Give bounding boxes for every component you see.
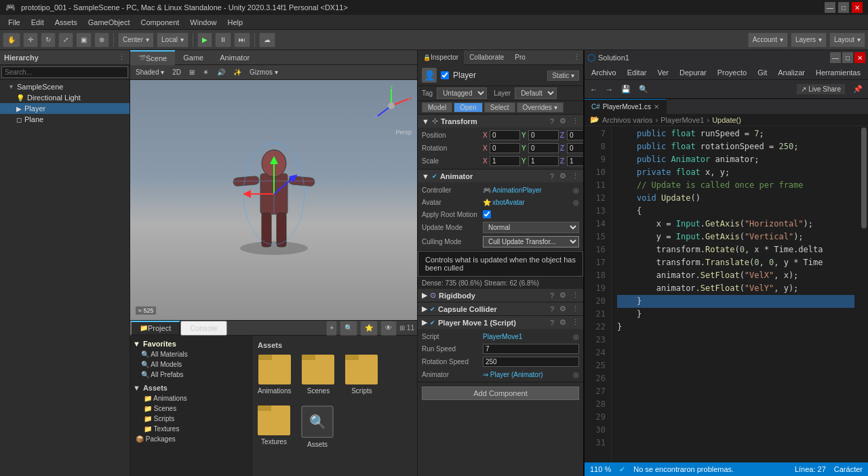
rotation-z-input[interactable] (567, 143, 583, 153)
vs-breadcrumb-class[interactable]: PlayerMove1 (660, 116, 704, 124)
tab-animator[interactable]: Animator (212, 50, 258, 65)
vs-minimize-button[interactable]: — (830, 52, 841, 63)
run-speed-input[interactable] (483, 344, 579, 354)
vs-code-content[interactable]: public float runSpeed = 7; public float … (612, 126, 860, 462)
avatar-select-icon[interactable]: ◎ (573, 199, 579, 206)
fav-item-prefabs[interactable]: 🔍 All Prefabs (130, 370, 252, 380)
menu-help[interactable]: Help (222, 17, 248, 28)
hierarchy-item-samplescene[interactable]: ▼ SampleScene (0, 81, 130, 92)
hand-tool-button[interactable]: ✋ (3, 33, 20, 47)
controller-value[interactable]: 🎮 AnimationPlayer (483, 186, 573, 194)
animator-settings-icon[interactable]: ⚙ (559, 172, 566, 180)
add-component-button[interactable]: Add Component (422, 386, 579, 400)
layer-dropdown[interactable]: Default (515, 87, 557, 99)
open-button[interactable]: Open (454, 102, 482, 113)
tree-item-textures[interactable]: 📁 Textures (130, 424, 252, 434)
animator-prop-value[interactable]: ⇒ Player (Animator) (483, 371, 573, 378)
play-button[interactable]: ▶ (197, 33, 212, 47)
vs-menu-archivo[interactable]: Archivo (587, 68, 620, 77)
transform-help-icon[interactable]: ? (550, 117, 554, 125)
hierarchy-item-player[interactable]: ▶ Player (0, 103, 130, 114)
position-z-input[interactable] (567, 130, 583, 140)
animator-help-icon[interactable]: ? (550, 172, 554, 180)
tree-item-animations[interactable]: 📁 Animations (130, 393, 252, 403)
rigidbody-help-icon[interactable]: ? (550, 292, 554, 300)
script-value[interactable]: PlayerMove1 (483, 333, 573, 340)
shading-dropdown[interactable]: Shaded ▾ (133, 68, 167, 77)
vs-close-button[interactable]: ✕ (854, 52, 865, 63)
rect-tool-button[interactable]: ▣ (76, 33, 92, 47)
menu-edit[interactable]: Edit (26, 17, 50, 28)
select-button[interactable]: Select (484, 102, 515, 113)
vs-tab-playermove[interactable]: C# PlayerMove1.cs ✕ (585, 99, 667, 114)
project-filter-button[interactable]: ⭐ (360, 321, 378, 336)
vs-search-button[interactable]: 🔍 (636, 83, 651, 95)
menu-window[interactable]: Window (184, 17, 222, 28)
rotation-y-input[interactable] (528, 143, 559, 153)
hierarchy-item-plane[interactable]: ◻ Plane (0, 114, 130, 125)
rotation-x-input[interactable] (490, 143, 520, 153)
tab-scene[interactable]: 🎬 Scene (130, 50, 175, 65)
asset-scripts[interactable]: Scripts (345, 355, 378, 395)
player-move-help-icon[interactable]: ? (550, 319, 554, 327)
player-move-settings-icon[interactable]: ⚙ (559, 318, 566, 327)
scene-view[interactable]: X Y Z Persp ≈ 525 (130, 80, 417, 320)
update-mode-dropdown[interactable]: Normal (483, 222, 579, 233)
player-move-header[interactable]: ▶ ✔ Player Move 1 (Script) ? ⚙ ⋮ (418, 316, 583, 329)
asset-search[interactable]: 🔍 Assets (301, 405, 334, 448)
overrides-button[interactable]: Overrides ▾ (517, 102, 564, 113)
script-select-icon[interactable]: ◎ (573, 333, 579, 340)
tab-collaborate[interactable]: Collaborate (464, 50, 509, 65)
rotate-tool-button[interactable]: ↻ (41, 33, 56, 47)
render-path-button[interactable]: ⊞ (186, 68, 197, 77)
player-move-menu-icon[interactable]: ⋮ (572, 318, 579, 327)
vs-back-button[interactable]: ← (587, 84, 600, 95)
scrollbar-thumb[interactable] (861, 127, 867, 229)
tree-item-scenes[interactable]: 📁 Scenes (130, 403, 252, 414)
inspector-menu-icon[interactable]: ⋮ (570, 53, 583, 62)
vs-menu-ver[interactable]: Ver (653, 68, 673, 77)
vs-scrollbar[interactable] (860, 126, 868, 462)
scale-tool-button[interactable]: ⤢ (58, 33, 73, 47)
layout-dropdown[interactable]: Layout ▾ (829, 33, 865, 47)
tag-dropdown[interactable]: Untagged (437, 87, 487, 99)
vs-menu-proyecto[interactable]: Proyecto (713, 68, 751, 77)
vs-menu-analizar[interactable]: Analizar (774, 68, 809, 77)
vs-menu-herramientas[interactable]: Herramientas (812, 68, 865, 77)
project-eye-button[interactable]: 👁 (380, 321, 397, 336)
scale-y-input[interactable] (528, 156, 559, 166)
move-tool-button[interactable]: ✛ (23, 33, 38, 47)
menu-component[interactable]: Component (135, 17, 184, 28)
tab-console[interactable]: Console (180, 321, 226, 336)
animator-prop-select-icon[interactable]: ◎ (573, 371, 579, 378)
scene-gizmo[interactable]: X Y Z (371, 85, 412, 126)
transform-tool-button[interactable]: ⊕ (94, 33, 109, 47)
tab-pro[interactable]: Pro (509, 50, 531, 65)
capsule-menu-icon[interactable]: ⋮ (572, 304, 579, 313)
asset-animations[interactable]: Animations (258, 355, 291, 395)
capsule-settings-icon[interactable]: ⚙ (559, 304, 566, 313)
position-y-input[interactable] (528, 130, 559, 140)
controller-select-icon[interactable]: ◎ (573, 186, 579, 194)
project-add-button[interactable]: + (326, 321, 337, 336)
animator-header[interactable]: ▼ ✔ Animator ? ⚙ ⋮ (418, 170, 583, 182)
step-button[interactable]: ⏭ (234, 33, 250, 47)
vs-save-button[interactable]: 💾 (618, 83, 633, 95)
vs-live-share-button[interactable]: ↗ PlayerMove1.cs Live Share (797, 84, 845, 94)
apply-root-checkbox[interactable] (483, 210, 491, 218)
dimension-dropdown[interactable]: 2D (170, 68, 184, 77)
audio-button[interactable]: 🔊 (214, 68, 228, 77)
scale-z-input[interactable] (567, 156, 583, 166)
vs-maximize-button[interactable]: □ (842, 52, 853, 63)
maximize-button[interactable]: □ (838, 2, 849, 13)
asset-textures[interactable]: Textures (258, 405, 290, 448)
tree-item-packages[interactable]: 📦 Packages (130, 434, 252, 444)
avatar-value[interactable]: ⭐ xbotAvatar (483, 199, 573, 206)
transform-settings-icon[interactable]: ⚙ (559, 117, 566, 125)
vs-breadcrumb-method[interactable]: Update() (712, 116, 741, 124)
hierarchy-menu-icon[interactable]: ⋮ (118, 53, 125, 62)
minimize-button[interactable]: — (825, 2, 835, 13)
local-dropdown[interactable]: Local ▾ (157, 33, 189, 47)
animator-menu-icon[interactable]: ⋮ (572, 172, 579, 180)
fav-item-models[interactable]: 🔍 All Models (130, 359, 252, 370)
